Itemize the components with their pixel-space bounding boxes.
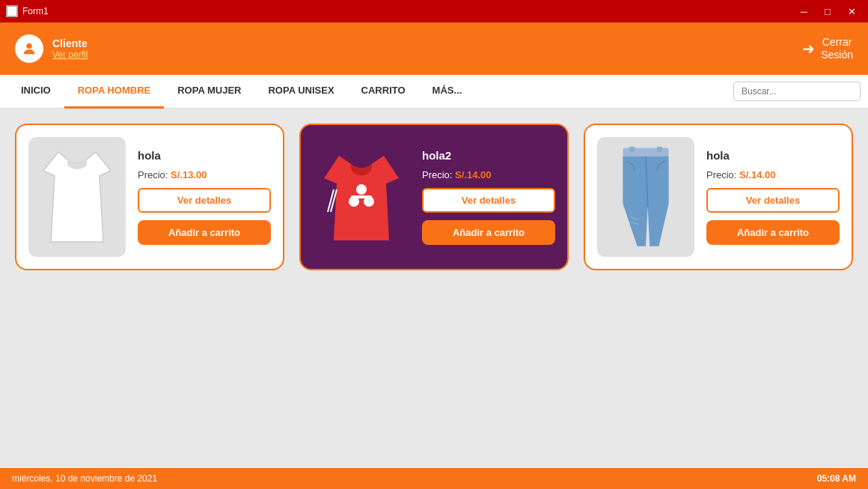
cart-button-2[interactable]: Añadir a carrito [422,220,555,245]
svg-line-5 [328,189,334,212]
user-info: Cliente Ver perfil [52,37,88,60]
navbar: INICIO ROPA HOMBRE ROPA MUJER ROPA UNISE… [0,75,868,109]
close-button[interactable]: ✕ [841,3,862,19]
svg-rect-12 [657,147,662,152]
user-name: Cliente [52,37,88,49]
product-name-1: hola [138,149,271,162]
product-card-3: hola Precio: S/.14.00 Ver detalles Añadi… [584,124,853,270]
svg-point-1 [356,184,367,195]
window-controls: ─ □ ✕ [793,3,862,19]
product-image-3 [597,137,694,257]
window-title: Form1 [22,6,49,16]
nav-carrito[interactable]: CARRITO [348,75,419,109]
product-name-3: hola [706,149,840,162]
header: Cliente Ver perfil ➜ Cerrar Sesión [0,22,868,75]
avatar [15,34,43,63]
details-button-3[interactable]: Ver detalles [706,188,840,213]
product-image-1 [28,137,126,257]
nav-inicio[interactable]: INICIO [7,75,64,109]
logout-text: Cerrar Sesión [821,36,853,61]
search-input[interactable] [733,82,861,101]
logout-button[interactable]: ➜ Cerrar Sesión [802,36,853,61]
nav-ropa-mujer[interactable]: ROPA MUJER [164,75,254,109]
details-button-1[interactable]: Ver detalles [138,188,271,213]
title-bar-left: Form1 [6,5,49,17]
product-card-2: hola2 Precio: S/.14.00 Ver detalles Añad… [299,124,569,270]
svg-rect-11 [629,147,635,152]
minimize-button[interactable]: ─ [793,3,814,19]
details-button-2[interactable]: Ver detalles [422,188,555,213]
status-date: miércoles, 10 de noviembre de 2021 [12,473,157,484]
status-time: 05:08 AM [817,473,856,484]
product-price-1: Precio: S/.13.00 [138,169,271,180]
nav-ropa-unisex[interactable]: ROPA UNISEX [254,75,347,109]
search-container [733,82,861,101]
product-details-2: hola2 Precio: S/.14.00 Ver detalles Añad… [422,149,555,245]
svg-rect-4 [351,195,372,198]
view-profile-link[interactable]: Ver perfil [52,49,88,60]
maximize-button[interactable]: □ [817,3,838,19]
product-image-2 [313,137,410,257]
product-card-1: hola Precio: S/.13.00 Ver detalles Añadi… [15,124,284,270]
product-details-3: hola Precio: S/.14.00 Ver detalles Añadi… [706,149,840,245]
svg-point-0 [26,43,31,49]
cart-button-3[interactable]: Añadir a carrito [706,220,840,245]
cart-button-1[interactable]: Añadir a carrito [138,220,271,245]
logout-icon: ➜ [802,40,815,58]
product-details-1: hola Precio: S/.13.00 Ver detalles Añadi… [138,149,271,245]
user-section: Cliente Ver perfil [15,34,88,63]
nav-mas[interactable]: MÁS... [419,75,476,109]
products-grid: hola Precio: S/.13.00 Ver detalles Añadi… [15,124,853,270]
main-content: hola Precio: S/.13.00 Ver detalles Añadi… [0,109,868,468]
product-name-2: hola2 [422,149,555,162]
title-bar: Form1 ─ □ ✕ [0,0,868,22]
app-icon [6,5,18,17]
product-price-3: Precio: S/.14.00 [706,169,840,180]
status-bar: miércoles, 10 de noviembre de 2021 05:08… [0,468,868,489]
product-price-2: Precio: S/.14.00 [422,169,555,180]
nav-ropa-hombre[interactable]: ROPA HOMBRE [64,75,165,109]
